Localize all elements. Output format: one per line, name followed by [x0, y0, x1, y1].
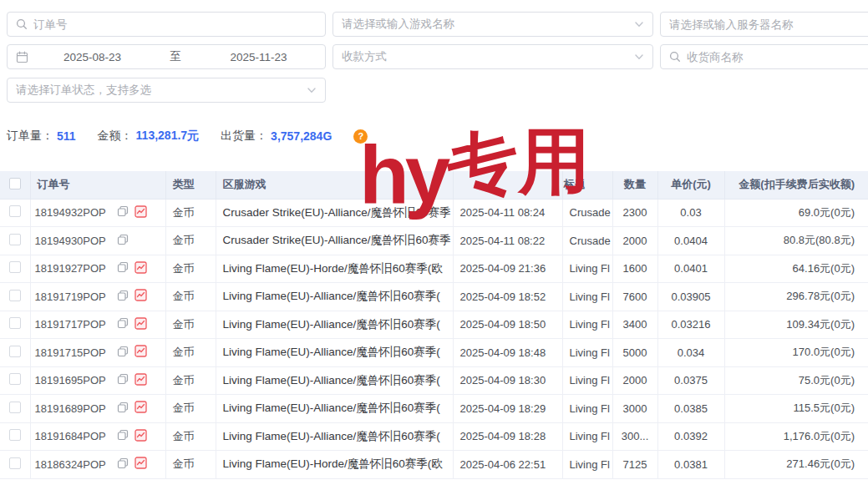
order-number-text: 18191689POP [35, 402, 106, 415]
quantity-cell: 2000 [612, 366, 657, 395]
quantity-cell: 300... [612, 422, 657, 451]
row-checkbox-cell [0, 451, 30, 479]
amount-stat: 金额： 113,281.7元 [98, 129, 200, 144]
image-icon[interactable] [135, 205, 147, 220]
row-checkbox[interactable] [9, 317, 21, 329]
shipment-stat: 出货量： 3,757,284G [221, 129, 332, 144]
image-icon[interactable] [135, 401, 147, 416]
copy-icon[interactable] [117, 317, 129, 331]
title-cell: Living Fl [562, 311, 612, 339]
image-icon[interactable] [135, 373, 147, 388]
chevron-down-icon [634, 52, 644, 62]
chevron-down-icon [307, 85, 317, 95]
image-icon[interactable] [135, 317, 147, 332]
copy-icon[interactable] [117, 346, 129, 360]
payment-select-placeholder: 收款方式 [342, 49, 634, 64]
quantity-cell: 1600 [612, 255, 657, 283]
image-icon[interactable] [135, 429, 147, 444]
unit-price-cell: 0.0404 [657, 227, 724, 255]
row-checkbox[interactable] [9, 373, 21, 385]
order-number-text: 18191927POP [35, 262, 106, 275]
row-checkbox-cell [0, 283, 30, 311]
date-range-picker[interactable]: 2025-08-23 至 2025-11-23 [7, 44, 326, 69]
col-amount: 金额(扣手续费后实收额) [724, 171, 868, 199]
amount-cell: 80.8元(80.8元) [724, 227, 868, 255]
col-unit-price: 单价(元) [657, 171, 724, 199]
date-start-value[interactable]: 2025-08-23 [34, 51, 150, 63]
receiver-name-input[interactable] [687, 51, 868, 63]
unit-price-cell: 0.03905 [657, 283, 724, 311]
copy-icon[interactable] [117, 457, 129, 472]
order-time-cell: 2025-04-09 18:30 [453, 366, 562, 395]
copy-icon[interactable] [117, 205, 129, 220]
type-cell: 金币 [165, 227, 216, 255]
order-time-cell: 2025-04-09 18:48 [453, 339, 562, 367]
table-row: 18191719POP 金币 Living Flame(EU)-Alliance… [0, 283, 868, 311]
server-name-field[interactable] [660, 12, 868, 37]
order-time-cell: 2025-04-09 21:36 [453, 255, 562, 283]
title-cell: Living Fl [562, 255, 612, 283]
date-separator-label: 至 [150, 49, 201, 64]
status-select-placeholder: 请选择订单状态，支持多选 [16, 83, 307, 98]
image-icon[interactable] [135, 345, 147, 360]
copy-icon[interactable] [117, 261, 129, 275]
order-time-cell: 2025-04-09 18:29 [453, 395, 562, 423]
order-number-cell: 18194930POP [30, 227, 165, 255]
game-name-select[interactable]: 请选择或输入游戏名称 [332, 12, 653, 37]
select-all-checkbox[interactable] [9, 178, 21, 189]
receiver-name-search-field[interactable] [660, 44, 868, 69]
col-type: 类型 [165, 171, 216, 199]
order-number-search-field[interactable] [7, 12, 326, 37]
row-checkbox[interactable] [9, 205, 21, 217]
order-number-cell: 18191715POP [30, 339, 165, 367]
copy-icon[interactable] [117, 429, 129, 443]
image-icon[interactable] [135, 457, 147, 472]
unit-price-cell: 0.0392 [657, 422, 724, 451]
region-game-cell: Living Flame(EU)-Alliance/魔兽怀旧60赛季( [216, 422, 453, 451]
table-row: 18194930POP 金币 Crusader Strike(EU)-Allia… [0, 227, 868, 255]
row-checkbox[interactable] [9, 457, 21, 469]
row-checkbox-cell [0, 255, 30, 283]
header-checkbox-cell [0, 171, 30, 199]
order-number-text: 18191717POP [35, 318, 106, 331]
row-checkbox[interactable] [9, 402, 21, 413]
image-icon[interactable] [135, 289, 147, 304]
unit-price-cell: 0.0401 [657, 255, 724, 283]
order-number-text: 18191684POP [35, 430, 106, 442]
amount-cell: 1,176.0元(0元) [724, 422, 868, 451]
quantity-cell: 5000 [612, 339, 657, 367]
quantity-cell: 7600 [612, 283, 657, 311]
unit-price-cell: 0.03 [657, 199, 724, 227]
help-question-icon[interactable]: ? [353, 129, 368, 144]
copy-icon[interactable] [117, 373, 129, 387]
row-checkbox[interactable] [9, 429, 21, 441]
copy-icon[interactable] [117, 402, 129, 416]
date-end-value[interactable]: 2025-11-23 [201, 51, 317, 63]
order-number-text: 18194932POP [35, 206, 106, 219]
amount-cell: 75.0元(0元) [724, 366, 868, 395]
table-row: 18194932POP 金币 Crusader Strike(EU)-Allia… [0, 199, 868, 227]
table-header-row: 订单号 类型 区服游戏 标题 数量 单价(元) 金额(扣手续费后实收额) [0, 171, 868, 199]
type-cell: 金币 [165, 199, 216, 227]
title-cell: Living Fl [562, 366, 612, 395]
payment-method-select[interactable]: 收款方式 [332, 44, 653, 69]
copy-icon[interactable] [117, 234, 129, 248]
region-game-cell: Living Flame(EU)-Horde/魔兽怀旧60赛季(欧 [216, 255, 453, 283]
region-game-cell: Living Flame(EU)-Alliance/魔兽怀旧60赛季( [216, 339, 453, 367]
row-checkbox[interactable] [9, 346, 21, 357]
copy-icon[interactable] [117, 290, 129, 304]
amount-label: 金额： [98, 129, 133, 144]
order-status-select[interactable]: 请选择订单状态，支持多选 [7, 78, 326, 103]
order-number-input[interactable] [33, 18, 317, 31]
row-checkbox[interactable] [9, 234, 21, 245]
search-icon [16, 18, 28, 30]
image-icon[interactable] [135, 261, 147, 276]
col-order-time [453, 171, 562, 199]
unit-price-cell: 0.0385 [657, 395, 724, 423]
row-checkbox[interactable] [9, 290, 21, 301]
type-cell: 金币 [165, 311, 216, 339]
server-name-input[interactable] [669, 18, 868, 31]
order-count-label: 订单量： [7, 129, 53, 144]
order-number-text: 18191719POP [35, 290, 106, 303]
row-checkbox[interactable] [9, 261, 21, 273]
